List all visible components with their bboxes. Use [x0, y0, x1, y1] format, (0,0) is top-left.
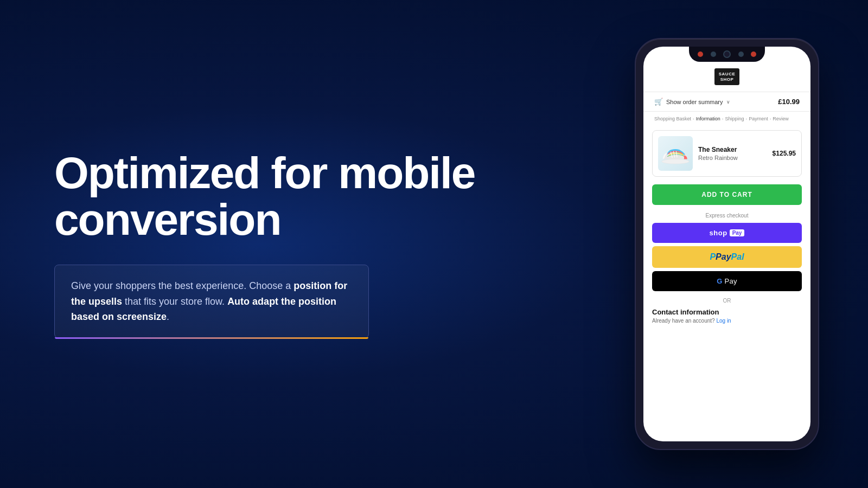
- gpay-g-icon: G: [717, 277, 722, 285]
- notch-dot-red2: [751, 52, 756, 57]
- description-text: Give your shoppers the best experience. …: [71, 278, 352, 325]
- or-divider: OR: [643, 293, 810, 306]
- contact-subtitle-text: Already have an account?: [652, 318, 715, 324]
- breadcrumb-sep2: ›: [722, 117, 724, 121]
- description-intro: Give your shoppers the best experience. …: [71, 280, 293, 291]
- notch-dot-dark: [711, 52, 716, 57]
- breadcrumb-information[interactable]: Information: [696, 116, 720, 121]
- notch-dot-red: [698, 52, 703, 57]
- logo-line2: SHOP: [719, 77, 736, 82]
- product-info: The Sneaker Retro Rainbow: [698, 146, 767, 161]
- description-box: Give your shoppers the best experience. …: [54, 265, 369, 338]
- logo-line1: SAUCE: [719, 72, 736, 77]
- paypal-button[interactable]: PPayPal: [652, 246, 802, 268]
- shoppay-text: shop: [710, 229, 727, 237]
- contact-subtitle: Already have an account? Log in: [652, 318, 802, 324]
- cart-icon: 🛒: [654, 98, 663, 106]
- phone-mockup: SAUCE SHOP 🛒 Show order summary ∨ £10.99…: [635, 38, 819, 450]
- store-logo: SAUCE SHOP: [714, 68, 740, 85]
- paypal-pal: Pal: [731, 252, 744, 262]
- order-summary-label: Show order summary: [666, 99, 723, 105]
- breadcrumb-sep4: ›: [770, 117, 771, 121]
- contact-info-section: Contact information Already have an acco…: [643, 306, 810, 326]
- breadcrumb-sep1: ›: [693, 117, 694, 121]
- add-to-cart-button[interactable]: ADD TO CART: [652, 184, 802, 205]
- description-end: .: [167, 311, 169, 322]
- breadcrumb-shipping: Shipping: [725, 116, 744, 121]
- svg-point-0: [662, 159, 690, 164]
- store-logo-area: SAUCE SHOP: [643, 64, 810, 92]
- gpay-text: Pay: [724, 277, 737, 285]
- notch-camera: [723, 50, 731, 58]
- product-card: The Sneaker Retro Rainbow $125.95: [652, 130, 802, 177]
- screen-content: SAUCE SHOP 🛒 Show order summary ∨ £10.99…: [643, 47, 810, 441]
- express-checkout-label: Express checkout: [652, 213, 802, 219]
- login-link[interactable]: Log in: [716, 318, 731, 324]
- breadcrumb-payment: Payment: [749, 116, 768, 121]
- product-image: [658, 136, 693, 171]
- page-headline: Optimized for mobile conversion: [54, 150, 586, 243]
- chevron-down-icon: ∨: [726, 99, 730, 105]
- sneaker-image: [660, 142, 691, 165]
- breadcrumb: Shopping Basket › Information › Shipping…: [643, 112, 810, 126]
- phone-notch: [689, 47, 765, 62]
- gpay-button[interactable]: G Pay: [652, 271, 802, 291]
- express-checkout-section: Express checkout shop Pay PPayPal G: [643, 208, 810, 293]
- order-total: £10.99: [778, 98, 800, 106]
- notch-dot-dark2: [738, 52, 744, 57]
- product-price: $125.95: [773, 150, 796, 157]
- contact-title: Contact information: [652, 308, 802, 316]
- product-name: The Sneaker: [698, 146, 767, 153]
- breadcrumb-sep3: ›: [745, 117, 747, 121]
- shoppay-badge: Pay: [730, 229, 745, 236]
- paypal-p-blue: P: [710, 252, 716, 262]
- breadcrumb-basket: Shopping Basket: [654, 116, 691, 121]
- left-panel: Optimized for mobile conversion Give you…: [0, 0, 618, 488]
- shop-pay-button[interactable]: shop Pay: [652, 223, 802, 243]
- order-summary-bar[interactable]: 🛒 Show order summary ∨ £10.99: [643, 92, 810, 112]
- paypal-p-dark: Pay: [716, 252, 731, 262]
- right-panel: SAUCE SHOP 🛒 Show order summary ∨ £10.99…: [618, 0, 868, 488]
- phone-screen: SAUCE SHOP 🛒 Show order summary ∨ £10.99…: [643, 47, 810, 441]
- order-summary-left[interactable]: 🛒 Show order summary ∨: [654, 98, 730, 106]
- breadcrumb-review: Review: [773, 116, 789, 121]
- description-middle: that fits your store flow.: [122, 296, 227, 307]
- product-variant: Retro Rainbow: [698, 155, 767, 161]
